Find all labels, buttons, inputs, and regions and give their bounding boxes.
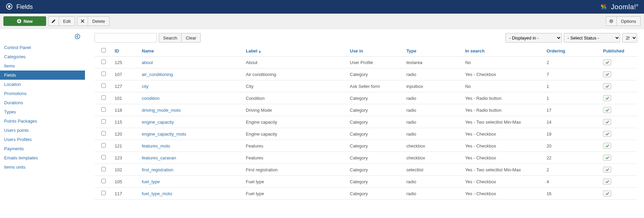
- svg-point-5: [611, 20, 612, 22]
- joomla-brand-text: Joomla!®: [611, 3, 639, 11]
- row-checkbox[interactable]: [101, 155, 106, 159]
- select-all-checkbox[interactable]: [101, 48, 106, 52]
- sidebar-item-users-points[interactable]: Users points: [0, 126, 85, 135]
- sidebar-item-emails-templates[interactable]: Emails templates: [0, 153, 85, 162]
- published-toggle[interactable]: [603, 119, 611, 125]
- clear-button[interactable]: Clear: [182, 33, 201, 43]
- cell-name-link[interactable]: city: [142, 84, 149, 89]
- sidebar-item-items-units[interactable]: Items units: [0, 162, 85, 172]
- sidebar-item-points-packages[interactable]: Points Packages: [0, 116, 85, 126]
- header-id[interactable]: ID: [113, 45, 140, 57]
- cell-name-link[interactable]: driving_mode_moto: [142, 108, 181, 113]
- svg-line-12: [612, 20, 613, 20]
- delete-icon-button[interactable]: [77, 16, 88, 26]
- row-checkbox[interactable]: [101, 119, 106, 124]
- limit-select[interactable]: 25: [622, 33, 637, 43]
- search-button[interactable]: Search: [159, 33, 182, 43]
- published-toggle[interactable]: [603, 131, 611, 137]
- header-usein[interactable]: Use in: [348, 45, 404, 57]
- cell-name-link[interactable]: condition: [142, 96, 160, 101]
- status-select[interactable]: - Select Status -: [564, 33, 620, 43]
- joomla-logo[interactable]: Joomla!®: [599, 2, 639, 12]
- cell-usein: Category: [348, 140, 404, 152]
- table-row: 123features_caravanFeaturesCategorycheck…: [95, 152, 637, 164]
- delete-button-group: Delete: [77, 16, 110, 26]
- new-button[interactable]: New: [3, 16, 46, 26]
- sidebar-collapse-button[interactable]: [0, 32, 85, 43]
- published-toggle[interactable]: [603, 71, 611, 77]
- sidebar-item-fields[interactable]: Fields: [0, 71, 85, 80]
- sidebar-item-promotions[interactable]: Promotions: [0, 89, 85, 98]
- cell-insearch: Yes - Checkbox: [463, 140, 545, 152]
- header-ordering[interactable]: Ordering: [544, 45, 601, 57]
- header-insearch[interactable]: In search: [463, 45, 545, 57]
- cell-name-link[interactable]: about: [142, 60, 153, 65]
- row-checkbox[interactable]: [101, 191, 106, 195]
- published-toggle[interactable]: [603, 143, 611, 149]
- published-toggle[interactable]: [603, 178, 611, 185]
- published-toggle[interactable]: [603, 59, 611, 65]
- cell-usein: Category: [348, 68, 404, 80]
- displayed-in-select[interactable]: - Displayed in -: [505, 33, 562, 43]
- cell-id: 101: [113, 92, 140, 104]
- row-checkbox[interactable]: [101, 143, 106, 147]
- row-checkbox[interactable]: [101, 179, 106, 183]
- cell-type: radio: [404, 188, 463, 200]
- header-type[interactable]: Type: [404, 45, 463, 57]
- sidebar-item-items[interactable]: Items: [0, 61, 85, 71]
- edit-button-label: Edit: [63, 19, 71, 24]
- cell-type: radio: [404, 128, 463, 140]
- published-toggle[interactable]: [603, 95, 611, 101]
- row-checkbox[interactable]: [101, 131, 106, 136]
- row-checkbox[interactable]: [101, 60, 106, 64]
- cell-ordering: 17: [544, 104, 601, 116]
- sidebar-item-durations[interactable]: Durations: [0, 98, 85, 107]
- cell-type: radio: [404, 68, 463, 80]
- cell-name-link[interactable]: engine_capacity_moto: [142, 131, 186, 137]
- published-toggle[interactable]: [603, 167, 611, 173]
- cell-name-link[interactable]: features_caravan: [142, 155, 176, 160]
- options-icon-button[interactable]: [606, 16, 617, 26]
- sidebar-item-categories[interactable]: Categories: [0, 52, 85, 61]
- published-toggle[interactable]: [603, 190, 611, 197]
- sidebar-item-users-profiles[interactable]: Users Profiles: [0, 135, 85, 144]
- search-input[interactable]: [95, 33, 157, 43]
- cell-ordering: 1: [544, 92, 601, 104]
- header-label[interactable]: Label▲: [244, 45, 348, 57]
- published-toggle[interactable]: [603, 83, 611, 89]
- row-checkbox[interactable]: [101, 95, 106, 100]
- sidebar-item-types[interactable]: Types: [0, 107, 85, 116]
- sidebar-item-control-panel[interactable]: Control Panel: [0, 43, 85, 52]
- options-button[interactable]: Options: [617, 16, 641, 26]
- header-published[interactable]: Published: [601, 45, 637, 57]
- fields-table: ID Name Label▲ Use in Type In search Ord…: [95, 45, 637, 200]
- header-name[interactable]: Name: [140, 45, 244, 57]
- edit-button[interactable]: Edit: [59, 16, 75, 26]
- cell-insearch: No: [463, 57, 545, 68]
- cell-name-link[interactable]: first_registration: [142, 167, 173, 172]
- cell-name-link[interactable]: engine_capacity: [142, 120, 174, 125]
- row-checkbox[interactable]: [101, 72, 106, 76]
- cell-name-link[interactable]: air_conditioning: [142, 72, 173, 77]
- cell-id: 115: [113, 116, 140, 128]
- row-checkbox[interactable]: [101, 107, 106, 112]
- cell-id: 120: [113, 128, 140, 140]
- cell-name-link[interactable]: fuel_type: [142, 179, 160, 184]
- svg-line-13: [610, 22, 611, 23]
- cell-type: textarea: [404, 57, 463, 68]
- cell-insearch: Yes - Checkbox: [463, 176, 545, 188]
- row-checkbox[interactable]: [101, 167, 106, 171]
- edit-icon-button[interactable]: [48, 16, 59, 26]
- cell-name-link[interactable]: features_moto: [142, 143, 170, 149]
- cell-name-link[interactable]: fuel_type_moto: [142, 191, 172, 196]
- row-checkbox[interactable]: [101, 83, 106, 88]
- cell-id: 105: [113, 176, 140, 188]
- delete-button-label: Delete: [92, 19, 105, 24]
- cell-type: inputbox: [404, 80, 463, 92]
- sidebar-item-payments[interactable]: Payments: [0, 144, 85, 153]
- published-toggle[interactable]: [603, 107, 611, 113]
- sidebar-item-location[interactable]: Location: [0, 80, 85, 89]
- published-toggle[interactable]: [603, 155, 611, 161]
- cell-insearch: Yes - Two selectlist Min-Max: [463, 116, 545, 128]
- delete-button[interactable]: Delete: [88, 16, 110, 26]
